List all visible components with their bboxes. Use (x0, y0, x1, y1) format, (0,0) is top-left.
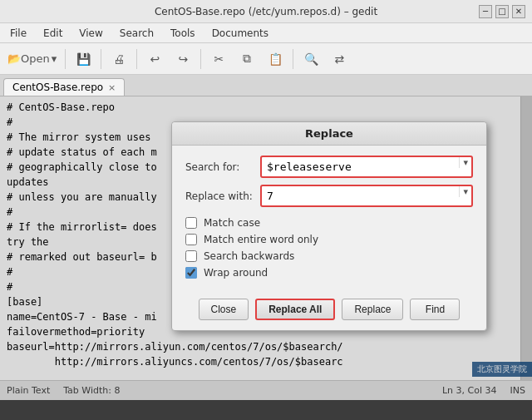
tab-bar: CentOS-Base.repo × (0, 75, 532, 96)
close-button[interactable]: ✕ (512, 5, 525, 18)
print-icon: 🖨 (113, 52, 125, 66)
search-input-wrap: ▾ (260, 156, 473, 178)
search-backwards-label: Search backwards (204, 250, 294, 262)
copy-button[interactable]: ⧉ (234, 47, 260, 72)
toolbar-sep-5 (293, 49, 293, 69)
close-button[interactable]: Close (199, 299, 249, 320)
tab-centos-base[interactable]: CentOS-Base.repo × (3, 78, 125, 96)
match-word-checkbox[interactable] (185, 234, 197, 245)
dialog-options: Match case Match entire word only Search… (185, 214, 473, 290)
menu-edit[interactable]: Edit (37, 26, 69, 41)
cut-icon: ✂ (214, 52, 224, 66)
print-button[interactable]: 🖨 (106, 47, 132, 72)
redo-button[interactable]: ↪ (170, 47, 196, 72)
open-label: Open (21, 52, 50, 65)
save-button[interactable]: 💾 (70, 47, 96, 72)
search-input[interactable] (262, 157, 459, 176)
replace-input[interactable] (262, 186, 459, 205)
replace-toolbar-button[interactable]: ⇄ (326, 47, 352, 72)
search-for-row: Search for: ▾ (185, 156, 473, 178)
replace-icon: ⇄ (334, 52, 344, 66)
copy-icon: ⧉ (243, 52, 251, 66)
cut-button[interactable]: ✂ (205, 47, 232, 72)
match-case-checkbox[interactable] (185, 217, 197, 229)
save-icon: 💾 (76, 52, 91, 66)
search-backwards-row: Search backwards (185, 250, 473, 262)
replace-with-label: Replace with: (185, 190, 260, 202)
dialog-title: Replace (172, 122, 486, 146)
wrap-around-label: Wrap around (204, 267, 268, 279)
menu-search[interactable]: Search (113, 26, 160, 41)
dialog-body: Search for: ▾ Replace with: ▾ Match case (172, 146, 486, 295)
redo-icon: ↪ (178, 52, 188, 66)
toolbar: 📂 Open ▾ 💾 🖨 ↩ ↪ ✂ ⧉ 📋 🔍 ⇄ (0, 43, 532, 75)
menu-documents[interactable]: Documents (205, 26, 275, 41)
folder-icon: 📂 (7, 52, 21, 65)
search-icon: 🔍 (304, 52, 318, 66)
minimize-button[interactable]: ─ (479, 5, 492, 18)
main-area: # CentOS-Base.repo # # The mirror system… (0, 96, 532, 400)
replace-dialog: Replace Search for: ▾ Replace with: ▾ (171, 121, 487, 331)
search-backwards-checkbox[interactable] (185, 250, 197, 262)
window-title: CentOS-Base.repo (/etc/yum.repos.d) – ge… (155, 6, 377, 17)
search-dropdown-icon[interactable]: ▾ (459, 157, 471, 168)
title-bar: CentOS-Base.repo (/etc/yum.repos.d) – ge… (0, 0, 532, 23)
wrap-around-row: Wrap around (185, 267, 473, 279)
replace-all-button[interactable]: Replace All (255, 299, 335, 320)
menu-view[interactable]: View (72, 26, 109, 41)
toolbar-sep-3 (136, 49, 137, 69)
paste-button[interactable]: 📋 (262, 47, 288, 72)
tab-label: CentOS-Base.repo (12, 82, 103, 93)
open-dropdown-icon: ▾ (52, 52, 57, 65)
toolbar-sep-4 (200, 49, 201, 69)
replace-button[interactable]: Replace (342, 299, 403, 320)
menu-tools[interactable]: Tools (164, 26, 202, 41)
window-controls: ─ □ ✕ (479, 5, 525, 18)
replace-with-row: Replace with: ▾ (185, 185, 473, 207)
replace-input-wrap: ▾ (260, 185, 473, 207)
dialog-buttons: Close Replace All Replace Find (172, 295, 486, 320)
toolbar-sep-1 (65, 49, 66, 69)
undo-icon: ↩ (150, 52, 160, 66)
find-button-dialog[interactable]: Find (410, 299, 460, 320)
menu-bar: File Edit View Search Tools Documents (0, 23, 532, 43)
match-word-label: Match entire word only (204, 234, 318, 245)
undo-button[interactable]: ↩ (141, 47, 168, 72)
search-for-label: Search for: (185, 161, 260, 173)
match-case-label: Match case (204, 217, 260, 229)
find-button[interactable]: 🔍 (298, 47, 324, 72)
maximize-button[interactable]: □ (495, 5, 509, 18)
replace-dropdown-icon[interactable]: ▾ (459, 186, 471, 197)
wrap-around-checkbox[interactable] (185, 267, 197, 279)
tab-close-button[interactable]: × (108, 82, 116, 93)
open-button[interactable]: 📂 Open ▾ (3, 47, 61, 72)
menu-file[interactable]: File (3, 26, 33, 41)
match-word-row: Match entire word only (185, 234, 473, 245)
toolbar-sep-2 (101, 49, 101, 69)
paste-icon: 📋 (268, 52, 283, 66)
match-case-row: Match case (185, 217, 473, 229)
